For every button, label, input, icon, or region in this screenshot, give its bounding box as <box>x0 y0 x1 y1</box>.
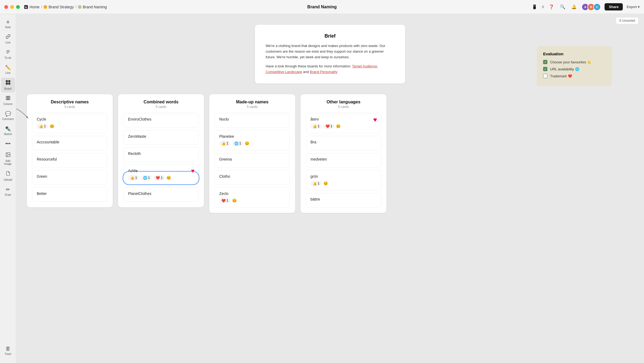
link-target-audience[interactable]: Target Audience <box>352 64 377 68</box>
add-reaction-btn[interactable]: 😊 <box>50 124 54 128</box>
help-icon-btn[interactable]: ❓ <box>548 3 555 10</box>
col-combined-title: Combined words <box>123 100 199 104</box>
name-card-greena[interactable]: Greena <box>215 153 290 168</box>
reaction-count: 1 <box>331 124 332 128</box>
reaction-acme-thumbsup[interactable]: 👍 1 <box>128 175 139 181</box>
name-card-zerowaste[interactable]: ZeroWaste <box>123 130 199 145</box>
sidebar-item-addimage[interactable]: Add Image <box>1 150 15 168</box>
name-text-green: Green <box>37 174 103 179</box>
name-card-bra[interactable]: Bra <box>306 136 381 150</box>
sidebar-item-board[interactable]: Board <box>1 78 15 92</box>
columns-row: Descriptive names 5 cards Cycle 👍 1 😊 <box>27 94 633 213</box>
sidebar-item-more[interactable]: ••• <box>1 139 15 149</box>
reaction-planetee-thumbsup[interactable]: 👍 1 <box>219 141 230 146</box>
sidebar-column-label: Column <box>3 103 12 106</box>
add-reaction-btn-acme[interactable]: 😊 <box>166 176 171 180</box>
name-card-enviroclothes[interactable]: EnviroClothes <box>123 113 199 128</box>
add-reaction-btn-gron[interactable]: 😊 <box>323 181 328 186</box>
share-button[interactable]: Share <box>605 3 623 10</box>
name-card-medveten[interactable]: medveten <box>306 153 381 168</box>
name-text-accountable: Acccountable <box>37 140 103 144</box>
sidebar-item-sketch[interactable]: ✒️ Sketch <box>1 124 15 138</box>
svg-rect-7 <box>6 83 8 85</box>
sidebar-item-trash[interactable]: 🗑 Trash <box>1 343 15 358</box>
reactions-cycle: 👍 1 😊 <box>37 124 103 129</box>
sidebar-item-note[interactable]: ≡ Note <box>1 17 15 31</box>
name-card-acme[interactable]: AcMe ♥ 👍 1 🌐 1 <box>123 165 199 185</box>
add-reaction-btn-planetee[interactable]: 😊 <box>245 141 249 146</box>
sidebar-comment-label: Comment <box>2 118 14 121</box>
sidebar-item-line[interactable]: ✏️ Line <box>1 63 15 77</box>
reaction-aterv-heart[interactable]: ❤️ 1 <box>323 124 335 129</box>
name-card-zeclo[interactable]: Zeclo ❤️ 1 😊 <box>215 187 290 208</box>
sidebar-item-todo[interactable]: To-do <box>1 47 15 61</box>
sidebar-note-label: Note <box>5 26 11 29</box>
eval-checkbox-0[interactable]: ✓ <box>543 60 547 64</box>
brief-body1: We're a clothing brand that designs and … <box>266 43 394 60</box>
name-card-planetee[interactable]: Planetee 👍 1 🌐 1 😊 <box>215 130 290 150</box>
name-text-better: Better <box>37 191 103 196</box>
col-combined: Combined words 5 cards EnviroClothes Zer… <box>118 94 204 207</box>
minimize-button[interactable] <box>10 5 14 9</box>
eval-checkbox-1[interactable]: ✓ <box>543 67 547 71</box>
brief-links: Have a look through these boards for mor… <box>266 64 394 75</box>
name-card-noclo[interactable]: Noclo <box>215 113 290 128</box>
name-card-better[interactable]: Better <box>32 187 107 202</box>
svg-rect-6 <box>8 80 10 82</box>
reaction-count: 1 <box>318 182 320 185</box>
breadcrumb-home[interactable]: N Home <box>24 5 39 9</box>
eval-checkbox-2[interactable] <box>543 74 547 78</box>
export-button[interactable]: Export ▾ <box>627 5 640 9</box>
sidebar-item-link[interactable]: Link <box>1 32 15 46</box>
name-text-noclo: Noclo <box>219 117 285 121</box>
name-card-gron[interactable]: grön 👍 1 😊 <box>306 170 381 190</box>
reaction-acme-globe[interactable]: 🌐 1 <box>141 175 152 181</box>
sidebar-item-comment[interactable]: 💬 Comment <box>1 109 15 123</box>
reaction-count: 1 <box>239 141 241 145</box>
fullscreen-button[interactable] <box>16 5 20 9</box>
board-icon <box>5 80 11 86</box>
name-card-aterv[interactable]: återv ♥ 👍 1 ❤️ 1 😊 <box>306 113 381 133</box>
reaction-acme-heart[interactable]: ❤️ 1 <box>153 175 165 181</box>
reaction-planetee-globe[interactable]: 🌐 1 <box>232 141 243 146</box>
name-card-battre[interactable]: bättre <box>306 193 381 208</box>
home-label: Home <box>30 5 39 9</box>
titlebar-right: 📱 0 ❓ 🔍 🔔 A B C Share Export ▾ <box>531 3 640 11</box>
breadcrumb-brand-strategy[interactable]: Brand Strategy <box>44 5 74 9</box>
link-competitive-landscape[interactable]: Competitive Landscape <box>266 70 302 74</box>
reaction-gron-thumbsup[interactable]: 👍 1 <box>310 181 322 186</box>
name-card-cycle[interactable]: Cycle 👍 1 😊 <box>32 113 107 133</box>
link-brand-personality[interactable]: Brand Personality <box>310 70 338 74</box>
name-card-green[interactable]: Green <box>32 170 107 185</box>
svg-point-13 <box>7 154 7 154</box>
sidebar-item-draw[interactable]: ✏ Draw <box>1 184 15 198</box>
sidebar-item-column[interactable]: Column <box>1 93 15 108</box>
brief-body2: Have a look through these boards for mor… <box>266 64 351 68</box>
svg-rect-9 <box>6 96 7 100</box>
sidebar-item-upload[interactable]: Upload <box>1 169 15 183</box>
eval-label-1: URL availability 🌐 <box>550 67 579 71</box>
col-madeup-header: Made-up names 5 cards <box>215 100 290 109</box>
device-icon-btn[interactable]: 📱 <box>531 3 538 10</box>
add-reaction-btn-zeclo[interactable]: 😊 <box>232 198 237 203</box>
name-card-recloth[interactable]: Recloth <box>123 147 199 162</box>
breadcrumb-sep2: / <box>75 5 76 9</box>
name-card-planetclothes[interactable]: PlanetClothes <box>123 187 199 202</box>
close-button[interactable] <box>4 5 8 9</box>
name-text-bra: Bra <box>310 140 376 144</box>
name-card-accountable[interactable]: Acccountable <box>32 136 107 150</box>
add-reaction-btn-aterv[interactable]: 😊 <box>336 124 341 128</box>
bell-icon-btn[interactable]: 🔔 <box>570 3 578 10</box>
name-card-clotho[interactable]: Clotho <box>215 170 290 185</box>
avatar-group: A B C <box>581 3 601 11</box>
breadcrumb-brand-naming[interactable]: Brand Naming <box>78 5 107 9</box>
reaction-zeclo-heart[interactable]: ❤️ 1 <box>219 198 230 204</box>
reaction-thumbsup[interactable]: 👍 1 <box>37 124 48 129</box>
svg-rect-10 <box>8 96 9 100</box>
search-icon-btn[interactable]: 🔍 <box>559 3 566 10</box>
more-icon: ••• <box>5 141 10 147</box>
eval-item-2: Trademark ❤️ <box>543 74 605 78</box>
reaction-aterv-thumbsup[interactable]: 👍 1 <box>310 124 322 129</box>
name-card-resourceful[interactable]: Resourceful <box>32 153 107 168</box>
draw-icon: ✏ <box>6 187 10 193</box>
